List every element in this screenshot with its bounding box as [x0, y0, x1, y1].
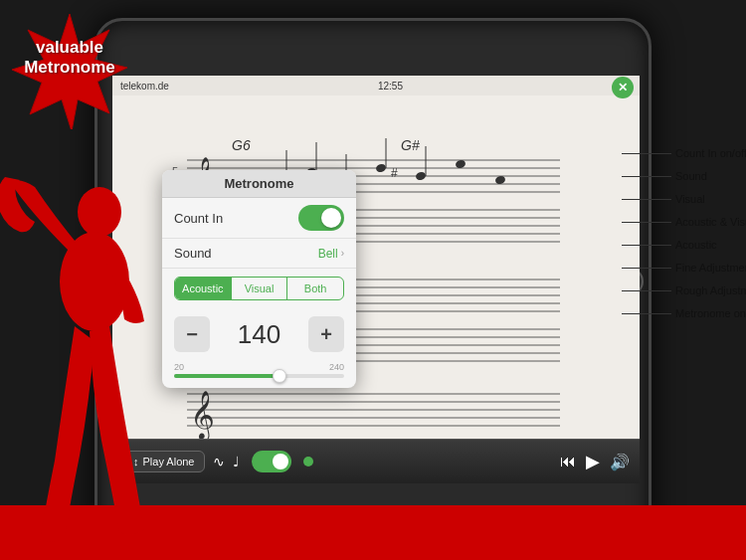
annotation-line-metro-onoff — [622, 313, 671, 314]
svg-text:G#: G# — [401, 137, 420, 153]
sound-row[interactable]: Sound Bell › — [162, 239, 356, 269]
play-icon[interactable]: ▶ — [586, 451, 600, 472]
count-in-row: Count In — [162, 198, 356, 239]
starburst-badge: valuable Metronome — [10, 10, 129, 129]
annotation-label-count-in: Count In on/off — [675, 147, 746, 159]
sound-chevron: › — [341, 248, 344, 259]
segment-visual[interactable]: Visual — [232, 278, 287, 299]
annotation-fine-adj: Fine Adjustment — [622, 262, 746, 274]
svg-text:#: # — [391, 166, 398, 180]
svg-point-41 — [375, 163, 387, 173]
slider-max-label: 240 — [329, 362, 344, 372]
status-bar: telekom.de 12:55 43% — [112, 76, 640, 95]
skip-back-icon[interactable]: ⏮ — [560, 453, 576, 470]
toolbar-right-controls: ⏮ ▶ 🔊 — [560, 451, 630, 472]
svg-text:𝄞: 𝄞 — [190, 391, 215, 442]
annotation-line-rough-adj — [622, 290, 671, 291]
annotation-label-fine-adj: Fine Adjustment — [675, 262, 746, 274]
bpm-control: − 140 + — [162, 308, 356, 360]
annotation-line-count-in — [622, 153, 671, 154]
count-in-toggle[interactable] — [298, 205, 344, 231]
svg-text:G6: G6 — [232, 137, 251, 153]
metronome-popup: Metronome Count In Sound Bell › Acoustic… — [162, 170, 356, 388]
annotation-line-acoustic — [622, 245, 671, 246]
tempo-slider-track[interactable] — [174, 374, 344, 378]
annotation-rough-adj: Rough Adjustment — [622, 284, 746, 296]
bpm-value: 140 — [238, 319, 280, 350]
metronome-title: Metronome — [162, 170, 356, 198]
annotation-sound: Sound — [622, 170, 746, 182]
metro-icon: ♩ — [233, 454, 240, 469]
annotation-label-visual: Visual — [675, 193, 705, 205]
annotation-line-visual — [622, 199, 671, 200]
annotation-acoustic-visual: Acoustic & Visual — [622, 216, 746, 228]
tempo-slider-area: 20 240 — [162, 360, 356, 388]
close-button[interactable]: ✕ — [612, 77, 634, 98]
ipad-screen: telekom.de 12:55 43% G6 G# 5 10 15 — [112, 76, 640, 483]
segment-both[interactable]: Both — [287, 278, 343, 299]
annotations-container: Count In on/off Sound Visual Acoustic & … — [622, 147, 746, 330]
annotation-count-in: Count In on/off — [622, 147, 746, 159]
volume-icon[interactable]: 🔊 — [610, 453, 630, 471]
annotation-line-acoustic-visual — [622, 222, 671, 223]
sound-value: Bell — [318, 247, 338, 261]
annotation-visual: Visual — [622, 193, 746, 205]
badge-text: valuable Metronome — [22, 38, 117, 79]
annotation-line-sound — [622, 176, 671, 177]
annotation-label-acoustic: Acoustic — [675, 239, 717, 251]
slider-thumb[interactable] — [273, 369, 286, 383]
wave-icon: ∿ — [213, 454, 225, 469]
annotation-label-rough-adj: Rough Adjustment — [675, 284, 746, 296]
annotation-acoustic: Acoustic — [622, 239, 746, 251]
toolbar-dot — [303, 457, 313, 467]
ipad-toolbar: ↕ Play Alone ∿ ♩ ⏮ ▶ 🔊 — [112, 439, 640, 483]
annotation-label-sound: Sound — [675, 170, 707, 182]
toolbar-toggle[interactable] — [252, 451, 291, 472]
time-label: 12:55 — [378, 81, 403, 92]
svg-point-42 — [415, 171, 427, 181]
saxophone-silhouette — [0, 172, 189, 520]
annotation-label-acoustic-visual: Acoustic & Visual — [675, 216, 746, 228]
svg-point-1 — [78, 187, 121, 237]
slider-fill — [174, 374, 277, 378]
annotation-metro-onoff: Metronome on/off — [622, 307, 746, 319]
annotation-line-fine-adj — [622, 268, 671, 269]
bpm-plus-button[interactable]: + — [308, 316, 344, 352]
annotation-label-metro-onoff: Metronome on/off — [675, 307, 746, 319]
segment-control[interactable]: Acoustic Visual Both — [174, 277, 344, 300]
